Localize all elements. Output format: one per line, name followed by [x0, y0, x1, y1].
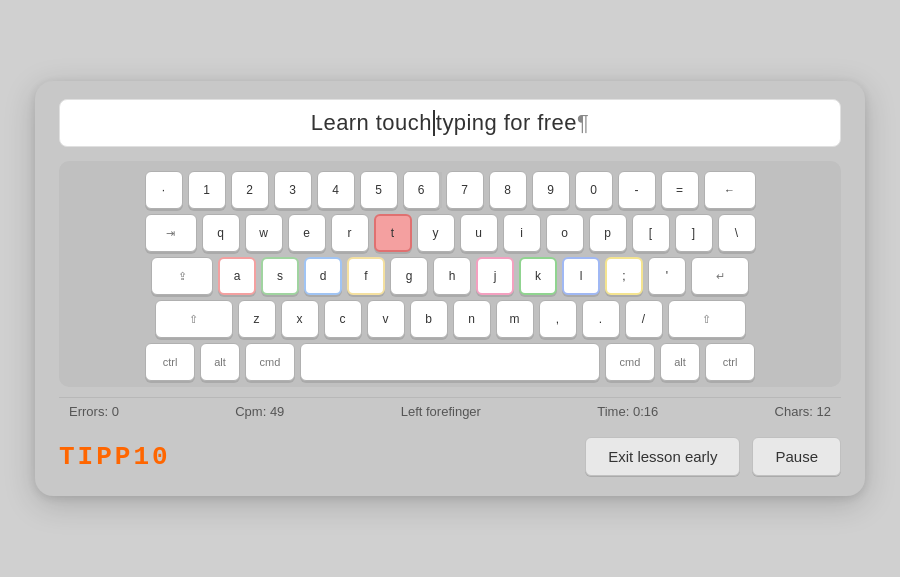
keyboard: · 1 2 3 4 5 6 7 8 9 0 - = ← ⇥ q w e r — [59, 161, 841, 387]
key-lbracket[interactable]: [ — [632, 214, 670, 252]
text-display: Learn touch typing for free¶ — [59, 99, 841, 147]
key-row-zxcv: ⇧ z x c v b n m , . / ⇧ — [69, 300, 831, 338]
time-display: Time: 0:16 — [597, 404, 658, 419]
key-slash[interactable]: / — [625, 300, 663, 338]
key-d[interactable]: d — [304, 257, 342, 295]
key-e[interactable]: e — [288, 214, 326, 252]
key-alt-right[interactable]: alt — [660, 343, 700, 381]
key-space[interactable] — [300, 343, 600, 381]
key-y[interactable]: y — [417, 214, 455, 252]
key-alt-left[interactable]: alt — [200, 343, 240, 381]
key-row-bottom: ctrl alt cmd cmd alt ctrl — [69, 343, 831, 381]
key-m[interactable]: m — [496, 300, 534, 338]
key-t[interactable]: t — [374, 214, 412, 252]
key-enter[interactable]: ↵ — [691, 257, 749, 295]
key-h[interactable]: h — [433, 257, 471, 295]
key-9[interactable]: 9 — [532, 171, 570, 209]
key-6[interactable]: 6 — [403, 171, 441, 209]
key-q[interactable]: q — [202, 214, 240, 252]
key-backslash[interactable]: \ — [718, 214, 756, 252]
key-semicolon[interactable]: ; — [605, 257, 643, 295]
key-backtick[interactable]: · — [145, 171, 183, 209]
remaining-text: typing for free¶ — [436, 110, 589, 136]
key-capslock[interactable]: ⇪ — [151, 257, 213, 295]
key-5[interactable]: 5 — [360, 171, 398, 209]
key-f[interactable]: f — [347, 257, 385, 295]
key-tab[interactable]: ⇥ — [145, 214, 197, 252]
key-7[interactable]: 7 — [446, 171, 484, 209]
key-8[interactable]: 8 — [489, 171, 527, 209]
errors-display: Errors: 0 — [69, 404, 119, 419]
typed-text: Learn touch — [311, 110, 432, 136]
pause-button[interactable]: Pause — [752, 437, 841, 476]
key-g[interactable]: g — [390, 257, 428, 295]
bottom-bar: TIPP10 Exit lesson early Pause — [59, 435, 841, 478]
finger-display: Left forefinger — [401, 404, 481, 419]
key-ctrl-right[interactable]: ctrl — [705, 343, 755, 381]
key-row-qwerty: ⇥ q w e r t y u i o p [ ] \ — [69, 214, 831, 252]
key-u[interactable]: u — [460, 214, 498, 252]
key-0[interactable]: 0 — [575, 171, 613, 209]
key-a[interactable]: a — [218, 257, 256, 295]
key-row-asdf: ⇪ a s d f g h j k l ; ' ↵ — [69, 257, 831, 295]
key-p[interactable]: p — [589, 214, 627, 252]
key-cmd-left[interactable]: cmd — [245, 343, 295, 381]
key-period[interactable]: . — [582, 300, 620, 338]
key-backspace[interactable]: ← — [704, 171, 756, 209]
key-v[interactable]: v — [367, 300, 405, 338]
pilcrow: ¶ — [577, 110, 589, 135]
cpm-display: Cpm: 49 — [235, 404, 284, 419]
bottom-buttons: Exit lesson early Pause — [585, 437, 841, 476]
key-k[interactable]: k — [519, 257, 557, 295]
key-i[interactable]: i — [503, 214, 541, 252]
key-b[interactable]: b — [410, 300, 448, 338]
key-rbracket[interactable]: ] — [675, 214, 713, 252]
key-c[interactable]: c — [324, 300, 362, 338]
key-3[interactable]: 3 — [274, 171, 312, 209]
key-equals[interactable]: = — [661, 171, 699, 209]
text-cursor — [433, 110, 435, 136]
key-minus[interactable]: - — [618, 171, 656, 209]
key-4[interactable]: 4 — [317, 171, 355, 209]
key-o[interactable]: o — [546, 214, 584, 252]
key-2[interactable]: 2 — [231, 171, 269, 209]
key-ctrl-left[interactable]: ctrl — [145, 343, 195, 381]
key-z[interactable]: z — [238, 300, 276, 338]
key-comma[interactable]: , — [539, 300, 577, 338]
chars-display: Chars: 12 — [775, 404, 831, 419]
app-logo: TIPP10 — [59, 442, 171, 472]
exit-lesson-button[interactable]: Exit lesson early — [585, 437, 740, 476]
key-shift-left[interactable]: ⇧ — [155, 300, 233, 338]
status-bar: Errors: 0 Cpm: 49 Left forefinger Time: … — [59, 397, 841, 425]
key-n[interactable]: n — [453, 300, 491, 338]
key-l[interactable]: l — [562, 257, 600, 295]
key-s[interactable]: s — [261, 257, 299, 295]
key-quote[interactable]: ' — [648, 257, 686, 295]
key-w[interactable]: w — [245, 214, 283, 252]
key-r[interactable]: r — [331, 214, 369, 252]
key-cmd-right[interactable]: cmd — [605, 343, 655, 381]
key-1[interactable]: 1 — [188, 171, 226, 209]
key-row-numbers: · 1 2 3 4 5 6 7 8 9 0 - = ← — [69, 171, 831, 209]
key-j[interactable]: j — [476, 257, 514, 295]
keyboard-card: Learn touch typing for free¶ · 1 2 3 4 5… — [35, 81, 865, 496]
key-x[interactable]: x — [281, 300, 319, 338]
key-shift-right[interactable]: ⇧ — [668, 300, 746, 338]
